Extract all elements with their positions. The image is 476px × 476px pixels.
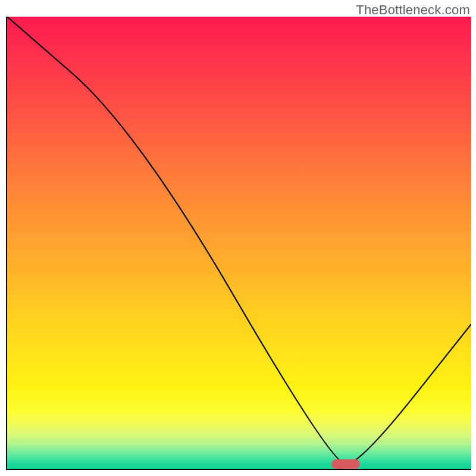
chart-container: TheBottleneck.com [0, 0, 476, 476]
watermark-text: TheBottleneck.com [356, 2, 470, 18]
bottleneck-curve [7, 17, 471, 469]
plot-area [6, 17, 471, 470]
optimal-marker [331, 459, 360, 469]
